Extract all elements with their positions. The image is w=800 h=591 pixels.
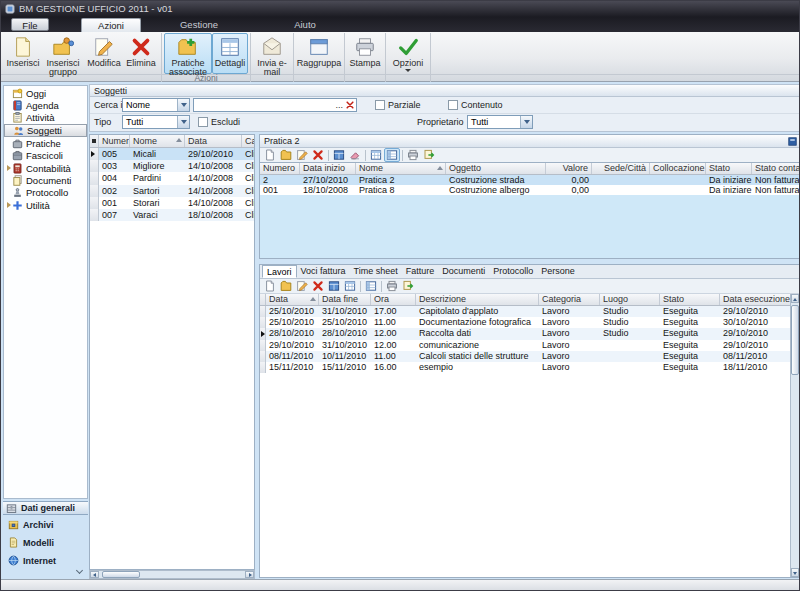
scrollbar-thumb[interactable] bbox=[102, 571, 140, 578]
tipo-combobox[interactable]: Tutti bbox=[122, 115, 190, 129]
expand-arrow-icon[interactable] bbox=[6, 165, 12, 171]
dettagli-button[interactable]: Dettagli bbox=[212, 33, 248, 74]
table-button[interactable] bbox=[326, 279, 342, 293]
combo-dropdown-icon[interactable] bbox=[520, 116, 532, 128]
sidebar-item-pratiche[interactable]: Pratiche bbox=[4, 137, 87, 149]
table-row[interactable]: 08/11/201010/11/201011.00Calcoli statici… bbox=[260, 351, 790, 362]
open-folder-button[interactable] bbox=[278, 279, 294, 293]
column-header-data[interactable]: Data bbox=[266, 294, 319, 305]
edit-item-button[interactable] bbox=[294, 279, 310, 293]
sidebar-item-protocollo[interactable]: Protocollo bbox=[4, 187, 87, 199]
table-row[interactable]: 25/10/201025/10/201011.00Documentazione … bbox=[260, 317, 790, 328]
table-row[interactable]: 28/10/201028/10/201012.00Raccolta datiLa… bbox=[260, 328, 790, 339]
pratiche-associate-button[interactable]: Pratiche associate bbox=[164, 33, 212, 74]
expand-arrow-icon[interactable] bbox=[6, 202, 12, 208]
sidebar-item-utilit[interactable]: Utilità bbox=[4, 199, 87, 211]
export-button[interactable] bbox=[400, 279, 416, 293]
column-header-data-esecuzione[interactable]: Data esecuzione bbox=[720, 294, 790, 305]
view-grid-button[interactable] bbox=[342, 279, 358, 293]
tab-persone[interactable]: Persone bbox=[537, 265, 579, 278]
table-row[interactable]: 29/10/201031/10/201012.00comunicazioneLa… bbox=[260, 340, 790, 351]
tab-time-sheet[interactable]: Time sheet bbox=[350, 265, 402, 278]
open-folder-button[interactable] bbox=[278, 148, 294, 162]
view-details-button[interactable] bbox=[384, 148, 400, 162]
column-header-cat[interactable]: Cat bbox=[242, 135, 255, 147]
column-chooser-icon[interactable] bbox=[788, 137, 797, 146]
table-row[interactable]: 007Varaci18/10/2008Clie bbox=[90, 209, 254, 221]
scroll-right-arrow-icon[interactable] bbox=[245, 571, 254, 578]
chevron-down-icon[interactable] bbox=[77, 568, 83, 574]
vertical-scrollbar[interactable] bbox=[790, 294, 799, 577]
opzioni-button[interactable]: Opzioni bbox=[388, 33, 428, 74]
column-header-data[interactable]: Data bbox=[185, 135, 242, 147]
table-row[interactable]: 004Pardini14/10/2008Clie bbox=[90, 172, 254, 184]
edit-item-button[interactable] bbox=[294, 148, 310, 162]
invia-e-mail-button[interactable]: Invia e-mail bbox=[253, 33, 291, 74]
table-row[interactable]: 002Sartori14/10/2008Clie bbox=[90, 185, 254, 197]
tab-lavori[interactable]: Lavori bbox=[262, 265, 297, 278]
table-row[interactable]: 003Migliore14/10/2008Clie bbox=[90, 160, 254, 172]
column-header-categoria[interactable]: Categoria bbox=[539, 294, 600, 305]
tab-fatture[interactable]: Fatture bbox=[402, 265, 439, 278]
view-details-button[interactable] bbox=[363, 279, 379, 293]
column-header-data-fine[interactable]: Data fine bbox=[319, 294, 371, 305]
sidebar-item-documenti[interactable]: Documenti bbox=[4, 174, 87, 186]
table-row[interactable]: 15/11/201015/11/201016.00esempioLavoroEs… bbox=[260, 362, 790, 373]
escludi-checkbox[interactable]: Escludi bbox=[198, 117, 240, 127]
scroll-up-arrow-icon[interactable] bbox=[791, 294, 799, 303]
tab-voci-fattura[interactable]: Voci fattura bbox=[297, 265, 350, 278]
delete-item-button[interactable] bbox=[310, 279, 326, 293]
menu-tab-azioni[interactable]: Azioni bbox=[81, 18, 141, 32]
export-button[interactable] bbox=[421, 148, 437, 162]
horizontal-scrollbar[interactable] bbox=[89, 570, 255, 579]
sidebar-section-modelli[interactable]: Modelli bbox=[3, 536, 88, 549]
sidebar-item-soggetti[interactable]: Soggetti bbox=[4, 124, 87, 137]
column-header-sede-citt[interactable]: Sede/Città bbox=[592, 163, 650, 174]
table-row[interactable]: 227/10/2010Pratica 2Costruzione strada0,… bbox=[260, 175, 799, 185]
ellipsis-button[interactable]: ... bbox=[333, 100, 345, 110]
table-button[interactable] bbox=[331, 148, 347, 162]
delete-item-button[interactable] bbox=[310, 148, 326, 162]
sidebar-section-archivi[interactable]: Archivi bbox=[3, 518, 88, 531]
modifica-button[interactable]: Modifica bbox=[85, 33, 123, 74]
sidebar-section-internet[interactable]: Internet bbox=[3, 554, 88, 567]
elimina-button[interactable]: Elimina bbox=[123, 33, 159, 74]
print-small-button[interactable] bbox=[405, 148, 421, 162]
sidebar-item-fascicoli[interactable]: Fascicoli bbox=[4, 150, 87, 162]
new-item-button[interactable] bbox=[262, 279, 278, 293]
print-small-button[interactable] bbox=[384, 279, 400, 293]
column-header-numero[interactable]: Numero bbox=[260, 163, 300, 174]
eraser-button[interactable] bbox=[347, 148, 363, 162]
column-header-numero[interactable]: Numero bbox=[99, 135, 130, 147]
raggruppa-button[interactable]: Raggruppa bbox=[296, 33, 342, 74]
clear-x-icon[interactable] bbox=[345, 100, 355, 110]
table-row[interactable]: 001Storari14/10/2008Clie bbox=[90, 197, 254, 209]
tab-protocollo[interactable]: Protocollo bbox=[489, 265, 537, 278]
combo-dropdown-icon[interactable] bbox=[177, 116, 189, 128]
combo-dropdown-icon[interactable] bbox=[177, 99, 189, 111]
parziale-checkbox[interactable]: Parziale bbox=[375, 100, 421, 110]
inserisci-gruppo-button[interactable]: Inserisci gruppo bbox=[41, 33, 85, 74]
column-header-valore[interactable]: Valore bbox=[546, 163, 592, 174]
stampa-button[interactable]: Stampa bbox=[347, 33, 383, 74]
search-input[interactable] bbox=[194, 100, 333, 110]
sidebar-item-oggi[interactable]: Oggi bbox=[4, 87, 87, 99]
column-header-stato[interactable]: Stato bbox=[706, 163, 752, 174]
column-header-collocazione[interactable]: Collocazione bbox=[650, 163, 706, 174]
menu-tab-file[interactable]: File bbox=[11, 18, 49, 31]
sidebar-item-attivit[interactable]: Attività bbox=[4, 112, 87, 124]
column-header-stato-conta[interactable]: Stato conta bbox=[752, 163, 800, 174]
cerca-in-combobox[interactable]: Nome bbox=[122, 98, 190, 112]
sidebar-section-dati-generali[interactable]: Dati generali bbox=[3, 501, 88, 515]
column-header-stato[interactable]: Stato bbox=[660, 294, 720, 305]
scroll-left-arrow-icon[interactable] bbox=[90, 571, 99, 578]
column-header-ora[interactable]: Ora bbox=[371, 294, 416, 305]
scrollbar-thumb[interactable] bbox=[791, 305, 799, 375]
new-item-button[interactable] bbox=[262, 148, 278, 162]
menu-tab-gestione[interactable]: Gestione bbox=[169, 18, 229, 31]
inserisci-button[interactable]: Inserisci bbox=[5, 33, 41, 74]
contenuto-checkbox[interactable]: Contenuto bbox=[448, 100, 503, 110]
tab-documenti[interactable]: Documenti bbox=[438, 265, 489, 278]
sidebar-item-contabilit[interactable]: Contabilità bbox=[4, 162, 87, 174]
view-grid-button[interactable] bbox=[368, 148, 384, 162]
